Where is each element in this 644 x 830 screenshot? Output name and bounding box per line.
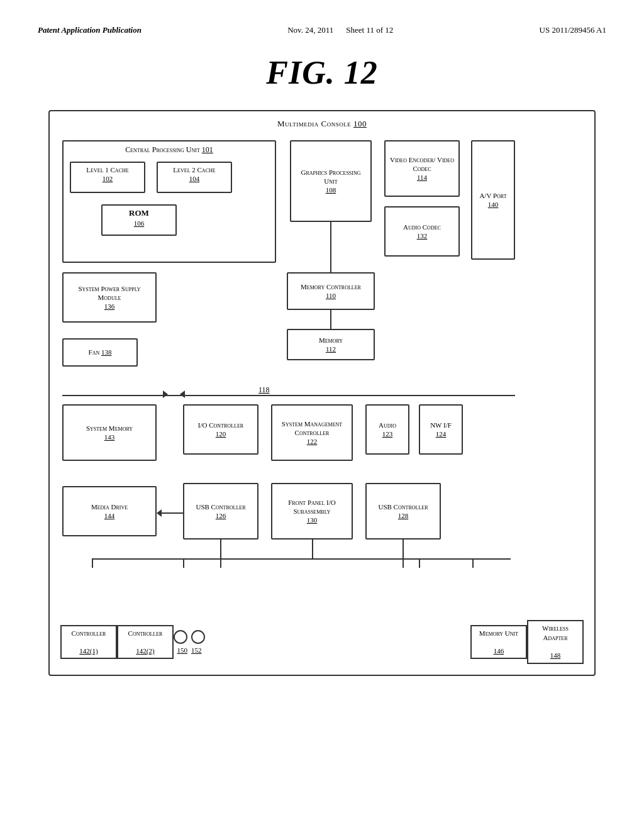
- gpu-box: Graphics Processing Unit 108: [290, 140, 372, 222]
- header-center: Nov. 24, 2011 Sheet 11 of 12: [287, 25, 393, 35]
- bus-118-label: 118: [258, 385, 270, 395]
- cpu-label: Central Processing Unit 101: [125, 145, 213, 155]
- page: Patent Application Publication Nov. 24, …: [0, 0, 644, 830]
- diagram-title: Multimedia Console 100: [57, 119, 587, 129]
- figure-title: FIG. 12: [38, 54, 606, 91]
- io-ctrl-box: I/O Controller 120: [183, 404, 258, 455]
- usb-ctrl-128-box: USB Controller 128: [365, 483, 441, 540]
- controller-1-box: Controller 142(1): [60, 625, 117, 660]
- nw-if-box: NW I/F 124: [419, 404, 463, 455]
- memctrl-to-mem-line: [330, 310, 331, 329]
- port-152-circle: [191, 630, 205, 644]
- header-right: US 2011/289456 A1: [540, 25, 606, 35]
- ctrl1-down-line: [92, 558, 93, 568]
- cpu-outer-box: Central Processing Unit 101 Level 1 Cach…: [62, 140, 276, 263]
- system-power-box: System Power Supply Module 136: [62, 272, 157, 323]
- header-date: Nov. 24, 2011: [287, 25, 333, 35]
- av-port-box: A/V Port 140: [471, 140, 515, 260]
- video-encoder-box: Video Encoder/ Video Codec 114: [384, 140, 460, 197]
- front-panel-down-line: [312, 540, 313, 558]
- diagram-inner: Central Processing Unit 101 Level 1 Cach…: [57, 134, 587, 612]
- audio-123-box: Audio 123: [365, 404, 409, 455]
- media-drive-arrow: [157, 509, 162, 517]
- wireless-adapter-box: Wireless Adapter 148: [527, 620, 584, 663]
- gpu-to-memctrl-line: [330, 222, 331, 272]
- header-sheet: Sheet 11 of 12: [346, 25, 393, 35]
- wireless-down-line: [472, 558, 474, 568]
- memunit-down-line: [419, 558, 420, 568]
- system-memory-box: System Memory 143: [62, 404, 157, 461]
- header-left: Patent Application Publication: [38, 25, 142, 35]
- memory-ctrl-box: Memory Controller 110: [287, 272, 375, 310]
- level1-cache-box: Level 1 Cache 102: [70, 162, 145, 193]
- port-152-label: 152: [191, 646, 202, 654]
- bottom-connect-line: [92, 558, 511, 560]
- page-header: Patent Application Publication Nov. 24, …: [38, 25, 606, 35]
- ports-area: 150 152: [174, 630, 205, 654]
- fan-box: Fan 138: [62, 338, 138, 367]
- main-bus-line: [62, 395, 515, 396]
- memory-unit-box: Memory Unit 146: [470, 625, 527, 660]
- usb128-down-line: [402, 540, 404, 568]
- diagram-outer: Multimedia Console 100 Central Processin…: [48, 110, 596, 676]
- memory-box: Memory 112: [287, 329, 375, 360]
- usb126-down-line: [220, 540, 221, 568]
- media-drive-line: [162, 512, 183, 514]
- front-panel-box: Front Panel I/O Subassembly 130: [271, 483, 353, 540]
- port-150-circle: [174, 630, 187, 644]
- usb-ctrl-126-box: USB Controller 126: [183, 483, 258, 540]
- sys-mgmt-box: System Management Controller 122: [271, 404, 353, 461]
- bus-arrow-right-sysmem: [163, 390, 168, 398]
- rom-box: ROM 106: [101, 204, 177, 236]
- ctrl2-down-line: [183, 558, 184, 568]
- bottom-area: Controller 142(1) Controller 142(2) 150 …: [57, 617, 587, 667]
- media-drive-box: Media Drive 144: [62, 486, 157, 536]
- port-150-label: 150: [177, 646, 188, 654]
- audio-codec-box: Audio Codec 132: [384, 206, 460, 257]
- level2-cache-box: Level 2 Cache 104: [157, 162, 232, 193]
- bus-arrow-left: [180, 390, 185, 398]
- controller-2-box: Controller 142(2): [117, 625, 174, 660]
